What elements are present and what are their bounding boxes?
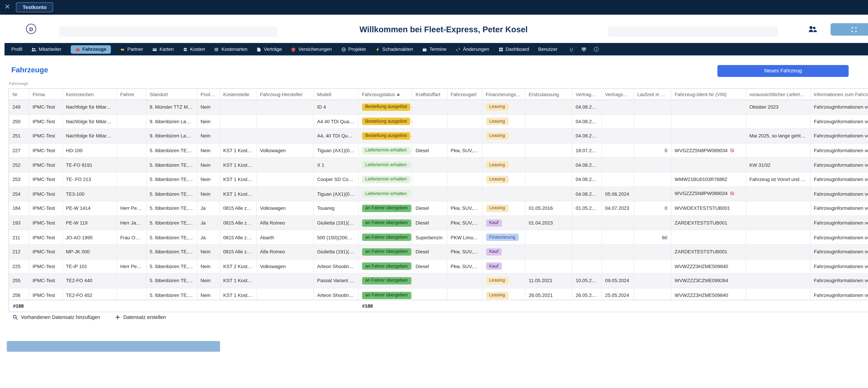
users-icon[interactable]	[808, 24, 817, 33]
tab-fahrzeuge[interactable]: Fahrzeuge	[70, 45, 111, 54]
cell-kostenstelle: 0815 Alle zusa	[219, 230, 256, 245]
cell-finanzierung: Leasing	[482, 100, 525, 114]
vehicle-row[interactable]: 251IPMC-TestNachfolge für Mitarbeite9. I…	[9, 129, 868, 143]
cell-modell: Tiguan (AX1)(07.20	[313, 143, 358, 158]
table-caption: Fahrzeuge	[9, 82, 28, 85]
cell-fahrzeugart: Pkw, SUV, Klei	[447, 201, 482, 216]
cell-status: Liefertermin erhalten	[358, 143, 412, 158]
vehicle-row[interactable]: 225IPMC-TestTE-iP 101Herr Peter5. Ibbenb…	[9, 259, 868, 273]
cell-firma: IPMC-Test	[29, 100, 62, 114]
tab-benutzer[interactable]: Benutzer	[538, 45, 557, 54]
tab-verträge[interactable]: Verträge	[256, 45, 282, 54]
tab-label: Fahrzeuge	[82, 46, 106, 52]
vehicle-row[interactable]: 250IPMC-TestNachfolge für Mitarbeite9. I…	[9, 115, 868, 129]
column-header-vin[interactable]: Fahrzeug-Ident-Nr (VIN)	[671, 89, 746, 100]
tab-termine[interactable]: Termine	[422, 45, 446, 54]
cell-standort: 5. Ibbenbüren TE, Ru	[146, 201, 197, 216]
vehicle-row[interactable]: 184IPMC-TestPE-W 1414Herr Peter5. Ibbenb…	[9, 201, 868, 216]
cell-modell: X 1	[313, 158, 358, 172]
column-header-kennzeichen[interactable]: Kennzeichen	[62, 89, 117, 100]
vehicle-row[interactable]: 254IPMC-TestTE3-1005. Ibbenbüren TE, RuN…	[9, 187, 868, 201]
cell-kostenstelle: KST 1 Kostens	[219, 187, 256, 201]
cell-kennzeichen: HD-100	[62, 143, 117, 158]
tab-kosten[interactable]: Kosten	[183, 45, 205, 54]
datensatz-erstellen-link[interactable]: Datensatz erstellen	[115, 315, 166, 320]
info-icon[interactable]	[593, 46, 599, 52]
vehicle-row[interactable]: 212IPMC-TestMP-JK 0005. Ibbenbüren TE, R…	[9, 245, 868, 259]
vehicle-row[interactable]: 256IPMC-TestTE2-FO 4525. Ibbenbüren TE, …	[9, 288, 868, 300]
column-header-hersteller[interactable]: Fahrzeug-Hersteller	[256, 89, 313, 100]
tab-karten[interactable]: Karten	[152, 45, 174, 54]
cell-kostenstelle: KST 1 Kostens	[219, 158, 256, 172]
list-icon	[214, 47, 219, 52]
cell-finanzierung: Leasing	[482, 172, 525, 187]
tab-mitarbeiter[interactable]: Mitarbeiter	[31, 45, 61, 54]
column-header-kraftstoff[interactable]: Kraftstoffart	[412, 89, 447, 100]
cell-hersteller	[256, 100, 313, 114]
header-field-right[interactable]	[608, 27, 778, 37]
cell-kennzeichen: TE- FO 213	[62, 172, 117, 187]
tab-label: Benutzer	[538, 46, 557, 52]
cell-hersteller	[256, 187, 313, 201]
vehicle-row[interactable]: 255IPMC-TestTE2-FO 4405. Ibbenbüren TE, …	[9, 273, 868, 288]
tab-änderungen[interactable]: Änderungen	[456, 45, 489, 54]
tab-projekte[interactable]: Projekte	[341, 45, 366, 54]
column-header-nr[interactable]: Nr	[9, 89, 29, 100]
top-bar: ✕ Testkonto	[0, 0, 868, 15]
tab-dashboard[interactable]: Dashboard	[498, 45, 529, 54]
cell-laufzeit	[633, 115, 671, 129]
link-icon[interactable]	[569, 46, 575, 52]
column-header-finanzierung[interactable]: Finanzierungsart	[482, 89, 525, 100]
column-header-erstzulassung[interactable]: Erstzulassung	[525, 89, 572, 100]
tab-versicherungen[interactable]: Versicherungen	[291, 45, 332, 54]
new-vehicle-button[interactable]: Neues Fahrzeug	[717, 65, 848, 77]
vehicle-row[interactable]: 193IPMC-TestPE-W 119Herr Jan S5. Ibbenbü…	[9, 216, 868, 230]
column-header-status[interactable]: Fahrzeugstatus	[358, 89, 412, 100]
cell-liefertermin: Mai 2025, so lange geht no	[746, 129, 810, 143]
cell-hersteller	[256, 172, 313, 187]
users-icon	[31, 47, 36, 52]
column-header-vertragsbeginn[interactable]: Vertragsbegi	[572, 89, 601, 100]
cell-standort: 5. Ibbenbüren TE, Ru	[146, 187, 197, 201]
close-icon[interactable]: ✕	[4, 0, 10, 15]
monitor-icon[interactable]	[581, 46, 587, 52]
vehicle-row[interactable]: 252IPMC-TestTE-FO 91915. Ibbenbüren TE, …	[9, 158, 868, 172]
fullscreen-button[interactable]	[831, 23, 868, 36]
cell-kostenstelle: KST 1 Kostens	[219, 143, 256, 158]
cell-nr: 227	[9, 143, 29, 158]
column-header-laufzeit[interactable]: Laufzeit in Mon	[633, 89, 671, 100]
column-header-firma[interactable]: Firma	[29, 89, 62, 100]
header-field-left[interactable]	[59, 27, 277, 37]
vehicle-row[interactable]: 249IPMC-TestNachfolge für Mitarbeite8. M…	[9, 100, 868, 114]
cell-liefertermin	[746, 245, 810, 259]
column-header-standort[interactable]: Standort	[146, 89, 197, 100]
finanzierung-badge: Leasing	[486, 277, 508, 284]
tab-schadenakten[interactable]: Schadenakten	[375, 45, 413, 54]
status-badge: Liefertermin erhalten	[362, 147, 410, 154]
column-header-pool[interactable]: PoolFahrz	[197, 89, 219, 100]
tab-profil[interactable]: Profil	[11, 45, 22, 54]
column-header-liefertermin[interactable]: voraussichtlicher Lieferterm	[746, 89, 810, 100]
cell-standort: 9. Ibbenbüren Lagge	[146, 129, 197, 143]
finanzierung-badge: Leasing	[486, 132, 508, 140]
column-header-vertragsende[interactable]: Vertragsende	[601, 89, 633, 100]
tab-label: Kostenarten	[221, 46, 247, 52]
cell-status: Bestellung ausgelöst	[358, 100, 412, 114]
horizontal-scrollbar-thumb[interactable]	[7, 341, 220, 352]
column-header-fahrzeugart[interactable]: Fahrzeugart	[447, 89, 482, 100]
column-header-modell[interactable]: Modell	[313, 89, 358, 100]
column-header-kostenstelle[interactable]: Kostenstelle	[219, 89, 256, 100]
tab-kostenarten[interactable]: Kostenarten	[214, 45, 247, 54]
cell-standort: 5. Ibbenbüren TE, Ru	[146, 245, 197, 259]
column-header-info[interactable]: Informationen zum Fahrzeug	[810, 89, 868, 100]
vehicle-row[interactable]: 211IPMC-TestJO-AO 1995Frau Oksa5. Ibbenb…	[9, 230, 868, 245]
vehicle-row[interactable]: 253IPMC-TestTE- FO 2135. Ibbenbüren TE, …	[9, 172, 868, 187]
column-label: Nr	[12, 91, 18, 97]
vehicle-row[interactable]: 227IPMC-TestHD-1005. Ibbenbüren TE, RuNe…	[9, 143, 868, 158]
cell-standort: 5. Ibbenbüren TE, Ru	[146, 143, 197, 158]
vorhandenen-datensatz-hinzufügen-link[interactable]: Vorhandenen Datensatz hinzufügen	[12, 315, 100, 320]
column-header-fahrer[interactable]: Fahrer	[117, 89, 146, 100]
cell-kennzeichen: Nachfolge für Mitarbeite	[62, 100, 117, 114]
tab-partner[interactable]: Partner	[120, 45, 143, 54]
cell-kennzeichen: TE2-FO 452	[62, 288, 117, 300]
